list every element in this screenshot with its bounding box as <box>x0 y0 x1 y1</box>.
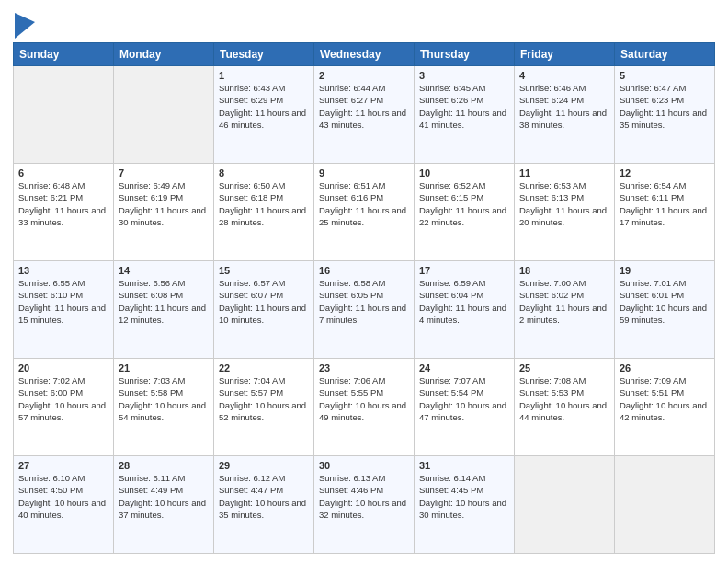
day-info: Sunrise: 6:53 AMSunset: 6:13 PMDaylight:… <box>519 179 609 228</box>
day-info: Sunrise: 7:00 AMSunset: 6:02 PMDaylight:… <box>519 277 609 326</box>
day-number: 2 <box>319 70 409 81</box>
calendar-cell: 15Sunrise: 6:57 AMSunset: 6:07 PMDayligh… <box>214 261 314 359</box>
calendar-week-row: 20Sunrise: 7:02 AMSunset: 6:00 PMDayligh… <box>14 359 715 456</box>
day-number: 25 <box>519 362 609 373</box>
calendar-cell: 8Sunrise: 6:50 AMSunset: 6:18 PMDaylight… <box>214 164 314 261</box>
day-info: Sunrise: 7:03 AMSunset: 5:58 PMDaylight:… <box>119 374 209 423</box>
calendar-cell: 20Sunrise: 7:02 AMSunset: 6:00 PMDayligh… <box>14 359 114 456</box>
day-number: 27 <box>18 460 108 471</box>
day-info: Sunrise: 7:04 AMSunset: 5:57 PMDaylight:… <box>219 374 309 423</box>
weekday-header-saturday: Saturday <box>615 43 715 66</box>
calendar-week-row: 6Sunrise: 6:48 AMSunset: 6:21 PMDaylight… <box>14 164 715 261</box>
day-info: Sunrise: 6:48 AMSunset: 6:21 PMDaylight:… <box>18 179 108 228</box>
day-info: Sunrise: 6:58 AMSunset: 6:05 PMDaylight:… <box>319 277 409 326</box>
day-number: 21 <box>119 362 209 373</box>
day-number: 17 <box>419 265 509 276</box>
day-number: 12 <box>620 167 710 178</box>
calendar-cell: 14Sunrise: 6:56 AMSunset: 6:08 PMDayligh… <box>114 261 214 359</box>
day-number: 3 <box>419 70 509 81</box>
day-number: 20 <box>18 362 108 373</box>
calendar-cell: 11Sunrise: 6:53 AMSunset: 6:13 PMDayligh… <box>515 164 615 261</box>
day-info: Sunrise: 7:07 AMSunset: 5:54 PMDaylight:… <box>419 374 509 423</box>
calendar-week-row: 13Sunrise: 6:55 AMSunset: 6:10 PMDayligh… <box>14 261 715 359</box>
calendar-cell: 27Sunrise: 6:10 AMSunset: 4:50 PMDayligh… <box>14 456 114 554</box>
day-info: Sunrise: 6:51 AMSunset: 6:16 PMDaylight:… <box>319 179 409 228</box>
day-info: Sunrise: 6:14 AMSunset: 4:45 PMDaylight:… <box>419 472 509 521</box>
calendar-week-row: 27Sunrise: 6:10 AMSunset: 4:50 PMDayligh… <box>14 456 715 554</box>
day-info: Sunrise: 6:12 AMSunset: 4:47 PMDaylight:… <box>219 472 309 521</box>
calendar-cell: 19Sunrise: 7:01 AMSunset: 6:01 PMDayligh… <box>615 261 715 359</box>
day-info: Sunrise: 7:09 AMSunset: 5:51 PMDaylight:… <box>620 374 710 423</box>
day-info: Sunrise: 6:46 AMSunset: 6:24 PMDaylight:… <box>519 82 609 131</box>
day-info: Sunrise: 7:01 AMSunset: 6:01 PMDaylight:… <box>620 277 710 326</box>
day-number: 11 <box>519 167 609 178</box>
calendar-cell: 30Sunrise: 6:13 AMSunset: 4:46 PMDayligh… <box>314 456 415 554</box>
day-number: 1 <box>219 70 309 81</box>
day-info: Sunrise: 6:44 AMSunset: 6:27 PMDaylight:… <box>319 82 409 131</box>
day-number: 6 <box>18 167 108 178</box>
day-number: 22 <box>219 362 309 373</box>
calendar-cell <box>515 456 615 554</box>
day-number: 28 <box>119 460 209 471</box>
day-info: Sunrise: 6:13 AMSunset: 4:46 PMDaylight:… <box>319 472 409 521</box>
day-number: 8 <box>219 167 309 178</box>
day-info: Sunrise: 6:50 AMSunset: 6:18 PMDaylight:… <box>219 179 309 228</box>
calendar-cell: 16Sunrise: 6:58 AMSunset: 6:05 PMDayligh… <box>314 261 415 359</box>
header <box>13 9 715 37</box>
logo-triangle-icon <box>15 13 35 39</box>
day-number: 30 <box>319 460 409 471</box>
day-info: Sunrise: 6:59 AMSunset: 6:04 PMDaylight:… <box>419 277 509 326</box>
day-number: 5 <box>620 70 710 81</box>
calendar-cell: 17Sunrise: 6:59 AMSunset: 6:04 PMDayligh… <box>415 261 515 359</box>
day-info: Sunrise: 6:49 AMSunset: 6:19 PMDaylight:… <box>119 179 209 228</box>
day-number: 14 <box>119 265 209 276</box>
weekday-header-thursday: Thursday <box>415 43 515 66</box>
calendar-cell <box>615 456 715 554</box>
calendar-week-row: 1Sunrise: 6:43 AMSunset: 6:29 PMDaylight… <box>14 66 715 164</box>
day-number: 16 <box>319 265 409 276</box>
day-number: 15 <box>219 265 309 276</box>
day-number: 13 <box>18 265 108 276</box>
calendar-cell <box>114 66 214 164</box>
day-number: 23 <box>319 362 409 373</box>
calendar-cell: 1Sunrise: 6:43 AMSunset: 6:29 PMDaylight… <box>214 66 314 164</box>
calendar-cell: 21Sunrise: 7:03 AMSunset: 5:58 PMDayligh… <box>114 359 214 456</box>
calendar-cell: 6Sunrise: 6:48 AMSunset: 6:21 PMDaylight… <box>14 164 114 261</box>
calendar-cell: 5Sunrise: 6:47 AMSunset: 6:23 PMDaylight… <box>615 66 715 164</box>
day-number: 4 <box>519 70 609 81</box>
calendar-cell: 29Sunrise: 6:12 AMSunset: 4:47 PMDayligh… <box>214 456 314 554</box>
calendar-cell: 26Sunrise: 7:09 AMSunset: 5:51 PMDayligh… <box>615 359 715 456</box>
svg-marker-0 <box>15 13 35 39</box>
day-info: Sunrise: 7:02 AMSunset: 6:00 PMDaylight:… <box>18 374 108 423</box>
calendar-cell: 18Sunrise: 7:00 AMSunset: 6:02 PMDayligh… <box>515 261 615 359</box>
weekday-header-wednesday: Wednesday <box>314 43 415 66</box>
calendar-cell: 4Sunrise: 6:46 AMSunset: 6:24 PMDaylight… <box>515 66 615 164</box>
logo <box>13 13 35 37</box>
day-info: Sunrise: 6:55 AMSunset: 6:10 PMDaylight:… <box>18 277 108 326</box>
page: SundayMondayTuesdayWednesdayThursdayFrid… <box>0 0 728 563</box>
weekday-header-row: SundayMondayTuesdayWednesdayThursdayFrid… <box>14 43 715 66</box>
day-number: 18 <box>519 265 609 276</box>
day-number: 19 <box>620 265 710 276</box>
calendar-cell: 22Sunrise: 7:04 AMSunset: 5:57 PMDayligh… <box>214 359 314 456</box>
calendar-cell: 28Sunrise: 6:11 AMSunset: 4:49 PMDayligh… <box>114 456 214 554</box>
weekday-header-tuesday: Tuesday <box>214 43 314 66</box>
calendar-cell: 7Sunrise: 6:49 AMSunset: 6:19 PMDaylight… <box>114 164 214 261</box>
calendar-cell <box>14 66 114 164</box>
weekday-header-monday: Monday <box>114 43 214 66</box>
calendar-cell: 13Sunrise: 6:55 AMSunset: 6:10 PMDayligh… <box>14 261 114 359</box>
day-info: Sunrise: 6:52 AMSunset: 6:15 PMDaylight:… <box>419 179 509 228</box>
day-number: 9 <box>319 167 409 178</box>
calendar-cell: 23Sunrise: 7:06 AMSunset: 5:55 PMDayligh… <box>314 359 415 456</box>
day-info: Sunrise: 6:47 AMSunset: 6:23 PMDaylight:… <box>620 82 710 131</box>
calendar-cell: 24Sunrise: 7:07 AMSunset: 5:54 PMDayligh… <box>415 359 515 456</box>
calendar-cell: 2Sunrise: 6:44 AMSunset: 6:27 PMDaylight… <box>314 66 415 164</box>
weekday-header-friday: Friday <box>515 43 615 66</box>
day-info: Sunrise: 6:11 AMSunset: 4:49 PMDaylight:… <box>119 472 209 521</box>
calendar-table: SundayMondayTuesdayWednesdayThursdayFrid… <box>13 42 715 554</box>
day-number: 7 <box>119 167 209 178</box>
day-number: 29 <box>219 460 309 471</box>
day-number: 26 <box>620 362 710 373</box>
day-info: Sunrise: 7:06 AMSunset: 5:55 PMDaylight:… <box>319 374 409 423</box>
day-info: Sunrise: 6:45 AMSunset: 6:26 PMDaylight:… <box>419 82 509 131</box>
